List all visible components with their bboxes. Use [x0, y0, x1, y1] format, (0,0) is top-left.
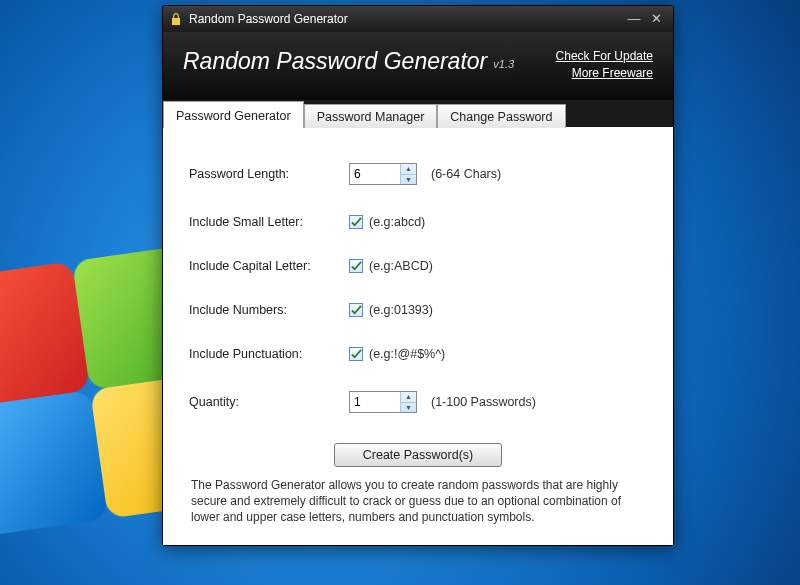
capital-letter-label: Include Capital Letter:	[189, 259, 349, 273]
window-titlebar[interactable]: Random Password Generator — ✕	[163, 6, 673, 32]
check-icon	[351, 349, 362, 360]
row-numbers: Include Numbers: (e.g:01393)	[189, 303, 647, 317]
password-length-hint: (6-64 Chars)	[431, 167, 501, 181]
spinner-down-icon[interactable]: ▼	[401, 175, 416, 185]
row-small-letter: Include Small Letter: (e.g:abcd)	[189, 215, 647, 229]
app-title: Random Password Generator	[183, 48, 487, 75]
row-password-length: Password Length: ▲ ▼ (6-64 Chars)	[189, 163, 647, 185]
spinner-up-icon[interactable]: ▲	[401, 392, 416, 403]
create-button-row: Create Password(s)	[189, 443, 647, 467]
window-title: Random Password Generator	[189, 12, 623, 26]
small-letter-label: Include Small Letter:	[189, 215, 349, 229]
spinner-down-icon[interactable]: ▼	[401, 403, 416, 413]
quantity-label: Quantity:	[189, 395, 349, 409]
check-icon	[351, 217, 362, 228]
row-quantity: Quantity: ▲ ▼ (1-100 Passwords)	[189, 391, 647, 413]
quantity-spinner[interactable]: ▲ ▼	[349, 391, 417, 413]
app-version: v1.3	[493, 58, 514, 70]
punctuation-example: (e.g:!@#$%^)	[369, 347, 445, 361]
tab-change-password[interactable]: Change Password	[437, 104, 565, 128]
quantity-input[interactable]	[350, 392, 400, 412]
check-update-link[interactable]: Check For Update	[556, 48, 653, 65]
tab-content: Password Length: ▲ ▼ (6-64 Chars) Includ…	[163, 127, 673, 545]
description-text: The Password Generator allows you to cre…	[189, 477, 647, 531]
tab-password-generator[interactable]: Password Generator	[163, 101, 304, 128]
numbers-label: Include Numbers:	[189, 303, 349, 317]
check-icon	[351, 261, 362, 272]
password-length-input[interactable]	[350, 164, 400, 184]
close-button[interactable]: ✕	[645, 10, 667, 28]
spinner-up-icon[interactable]: ▲	[401, 164, 416, 175]
password-length-spinner[interactable]: ▲ ▼	[349, 163, 417, 185]
minimize-button[interactable]: —	[623, 10, 645, 28]
quantity-hint: (1-100 Passwords)	[431, 395, 536, 409]
header-links: Check For Update More Freeware	[556, 48, 653, 82]
capital-letter-checkbox[interactable]	[349, 259, 363, 273]
app-header: Random Password Generator v1.3 Check For…	[163, 32, 673, 100]
capital-letter-example: (e.g:ABCD)	[369, 259, 433, 273]
punctuation-checkbox[interactable]	[349, 347, 363, 361]
tab-password-manager[interactable]: Password Manager	[304, 104, 438, 128]
punctuation-label: Include Punctuation:	[189, 347, 349, 361]
tab-strip: Password Generator Password Manager Chan…	[163, 100, 673, 127]
password-length-label: Password Length:	[189, 167, 349, 181]
small-letter-example: (e.g:abcd)	[369, 215, 425, 229]
check-icon	[351, 305, 362, 316]
create-passwords-button[interactable]: Create Password(s)	[334, 443, 502, 467]
lock-icon	[169, 12, 183, 26]
app-window: Random Password Generator — ✕ Random Pas…	[162, 5, 674, 546]
more-freeware-link[interactable]: More Freeware	[556, 65, 653, 82]
row-capital-letter: Include Capital Letter: (e.g:ABCD)	[189, 259, 647, 273]
small-letter-checkbox[interactable]	[349, 215, 363, 229]
numbers-checkbox[interactable]	[349, 303, 363, 317]
numbers-example: (e.g:01393)	[369, 303, 433, 317]
row-punctuation: Include Punctuation: (e.g:!@#$%^)	[189, 347, 647, 361]
